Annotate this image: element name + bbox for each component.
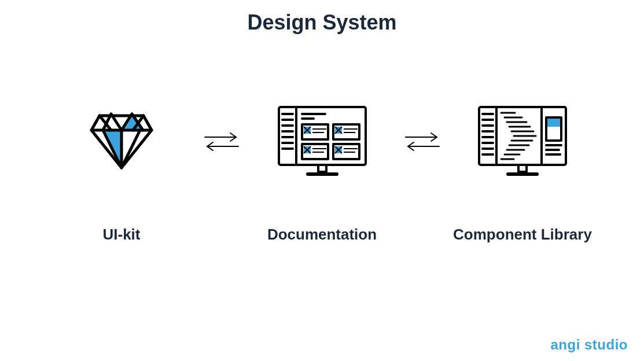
bidirectional-arrow-icon — [399, 130, 446, 153]
bidirectional-arrow-icon — [198, 130, 245, 153]
page-title: Design System — [0, 0, 644, 35]
component-library-label: Component Library — [447, 226, 598, 244]
diamond-icon — [87, 98, 156, 185]
brand-logo: angi studio — [551, 337, 628, 353]
labels-row: UI-kit Documentation Component Library — [0, 226, 644, 244]
uikit-column — [46, 98, 197, 185]
documentation-column — [247, 98, 398, 185]
component-library-column — [447, 98, 598, 185]
uikit-label: UI-kit — [46, 226, 197, 244]
component-library-monitor-icon — [473, 98, 572, 185]
svg-rect-14 — [547, 119, 560, 127]
documentation-monitor-icon — [273, 98, 371, 185]
diagram-row — [0, 98, 644, 185]
documentation-label: Documentation — [247, 226, 398, 244]
